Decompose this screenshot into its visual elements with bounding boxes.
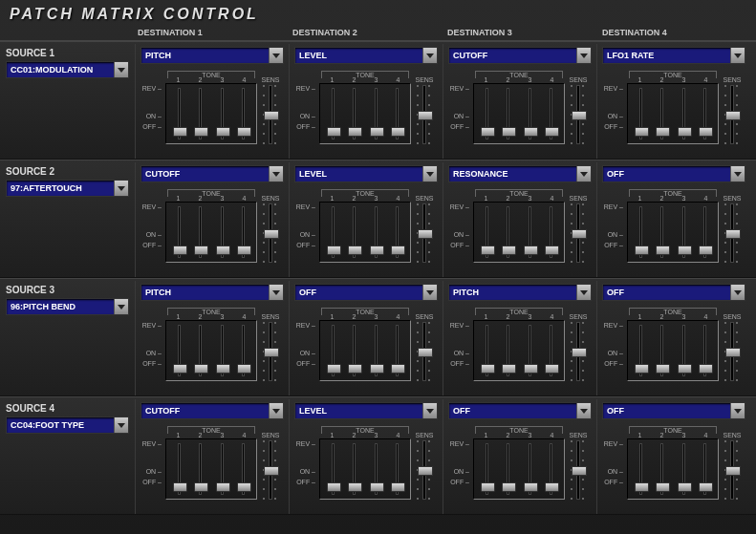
tone-slider-4[interactable] [697, 439, 714, 499]
sens-slider[interactable] [269, 203, 272, 263]
tone-slider-3[interactable] [675, 84, 692, 143]
tone-slider-3[interactable] [521, 321, 538, 380]
tone-slider-3[interactable] [213, 203, 230, 262]
tone-slider-2[interactable] [500, 84, 517, 143]
tone-slider-4[interactable] [389, 321, 406, 380]
dest-r3-c1-dropdown[interactable]: PITCH [140, 284, 284, 301]
tone-slider-1[interactable] [632, 321, 649, 380]
slider-thumb[interactable] [348, 364, 362, 374]
slider-thumb[interactable] [481, 364, 495, 374]
chevron-down-icon[interactable] [422, 285, 437, 300]
slider-thumb[interactable] [572, 466, 587, 476]
slider-thumb[interactable] [418, 229, 433, 239]
tone-slider-2[interactable] [654, 203, 671, 262]
source-3-dropdown[interactable]: 96:PITCH BEND [6, 298, 129, 315]
tone-slider-1[interactable] [632, 203, 649, 262]
slider-thumb[interactable] [370, 482, 384, 492]
tone-slider-3[interactable] [213, 84, 230, 143]
slider-thumb[interactable] [545, 127, 559, 137]
tone-slider-2[interactable] [500, 321, 517, 380]
tone-slider-2[interactable] [346, 84, 363, 143]
chevron-down-icon[interactable] [114, 62, 128, 77]
slider-thumb[interactable] [502, 246, 516, 255]
slider-thumb[interactable] [699, 246, 713, 255]
chevron-down-icon[interactable] [730, 403, 745, 418]
dest-r4-c3-dropdown[interactable]: OFF [448, 402, 592, 419]
slider-thumb[interactable] [502, 482, 516, 492]
tone-slider-2[interactable] [192, 439, 209, 499]
slider-thumb[interactable] [418, 111, 433, 120]
tone-slider-3[interactable] [367, 321, 384, 380]
slider-thumb[interactable] [194, 364, 208, 374]
dest-r4-c4-dropdown[interactable]: OFF [602, 402, 745, 419]
slider-thumb[interactable] [699, 364, 713, 374]
sens-slider[interactable] [576, 85, 580, 144]
slider-thumb[interactable] [327, 482, 341, 492]
tone-slider-1[interactable] [324, 321, 341, 380]
tone-slider-4[interactable] [235, 84, 252, 143]
slider-thumb[interactable] [678, 127, 692, 137]
tone-slider-3[interactable] [675, 203, 692, 262]
dest-r2-c4-dropdown[interactable]: OFF [602, 165, 745, 182]
slider-thumb[interactable] [678, 246, 692, 255]
tone-slider-4[interactable] [389, 84, 406, 143]
chevron-down-icon[interactable] [114, 417, 128, 433]
sens-slider[interactable] [269, 440, 272, 500]
slider-thumb[interactable] [173, 482, 187, 492]
slider-thumb[interactable] [264, 348, 279, 357]
chevron-down-icon[interactable] [422, 48, 437, 63]
tone-slider-2[interactable] [192, 203, 209, 262]
slider-thumb[interactable] [348, 127, 362, 137]
chevron-down-icon[interactable] [114, 299, 128, 314]
sens-slider[interactable] [422, 322, 426, 381]
tone-slider-4[interactable] [235, 203, 252, 262]
slider-thumb[interactable] [237, 127, 251, 137]
tone-slider-1[interactable] [478, 439, 495, 499]
tone-slider-4[interactable] [543, 84, 560, 143]
slider-thumb[interactable] [327, 364, 341, 374]
chevron-down-icon[interactable] [576, 166, 591, 182]
slider-thumb[interactable] [656, 127, 670, 137]
slider-thumb[interactable] [370, 246, 384, 255]
source-1-dropdown[interactable]: CC01:MODULATION [6, 61, 129, 78]
slider-thumb[interactable] [502, 364, 516, 374]
chevron-down-icon[interactable] [269, 48, 283, 63]
tone-slider-4[interactable] [543, 203, 560, 262]
slider-thumb[interactable] [391, 246, 405, 255]
slider-thumb[interactable] [481, 127, 495, 137]
slider-thumb[interactable] [264, 229, 279, 239]
slider-thumb[interactable] [572, 348, 587, 357]
tone-slider-4[interactable] [389, 439, 406, 499]
tone-slider-1[interactable] [632, 439, 649, 499]
tone-slider-3[interactable] [213, 439, 230, 499]
chevron-down-icon[interactable] [114, 181, 128, 196]
dest-r2-c1-dropdown[interactable]: CUTOFF [140, 165, 284, 182]
slider-thumb[interactable] [194, 246, 208, 255]
sens-slider[interactable] [576, 322, 580, 381]
tone-slider-3[interactable] [367, 84, 384, 143]
slider-thumb[interactable] [237, 246, 251, 255]
slider-thumb[interactable] [572, 229, 587, 239]
sens-slider[interactable] [730, 440, 734, 500]
slider-thumb[interactable] [194, 482, 208, 492]
tone-slider-4[interactable] [235, 321, 252, 380]
sens-slider[interactable] [730, 203, 734, 263]
tone-slider-4[interactable] [697, 203, 714, 262]
slider-thumb[interactable] [635, 364, 649, 374]
tone-slider-4[interactable] [697, 84, 714, 143]
slider-thumb[interactable] [348, 246, 362, 255]
slider-thumb[interactable] [524, 127, 538, 137]
tone-slider-1[interactable] [170, 203, 187, 262]
slider-thumb[interactable] [635, 127, 649, 137]
tone-slider-3[interactable] [521, 439, 538, 499]
slider-thumb[interactable] [545, 364, 559, 374]
tone-slider-4[interactable] [697, 321, 714, 380]
slider-thumb[interactable] [173, 364, 187, 374]
sens-slider[interactable] [730, 322, 734, 381]
tone-slider-1[interactable] [478, 321, 495, 380]
sens-slider[interactable] [730, 85, 734, 144]
tone-slider-3[interactable] [521, 203, 538, 262]
chevron-down-icon[interactable] [269, 403, 283, 418]
slider-thumb[interactable] [699, 127, 713, 137]
slider-thumb[interactable] [572, 111, 587, 120]
